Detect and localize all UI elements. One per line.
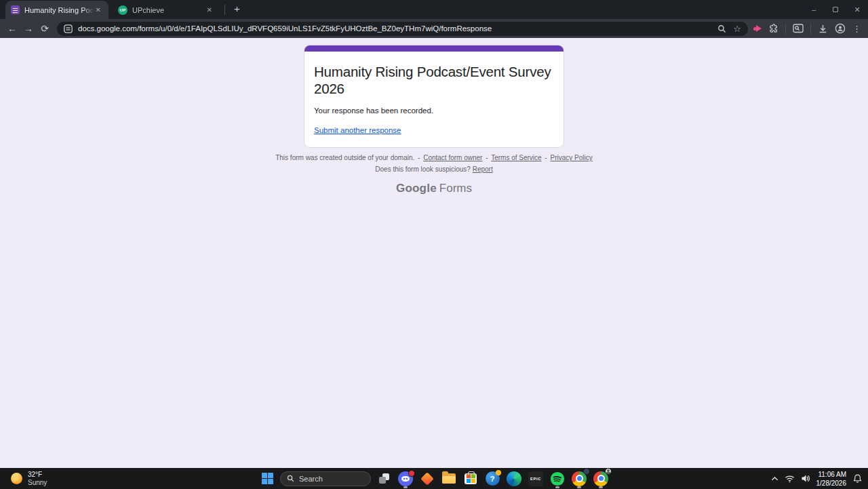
weather-widget[interactable]: 32°F Sunny — [11, 468, 47, 489]
desktop: Humanity Rising Podcast/Event ✕ UP UPchi… — [0, 0, 868, 489]
windows-taskbar: 32°F Sunny Search — [0, 468, 868, 489]
yellow-dot-badge — [496, 470, 501, 475]
footer-separator: - — [418, 154, 420, 161]
footer-notice-text: This form was created outside of your do… — [275, 154, 414, 161]
footer-separator: - — [486, 154, 488, 161]
privacy-policy-link[interactable]: Privacy Policy — [551, 154, 593, 161]
form-footer-notice: This form was created outside of your do… — [0, 154, 868, 161]
side-panel-search-icon[interactable] — [793, 24, 804, 33]
tab-upchieve[interactable]: UP UPchieve ✕ — [113, 1, 220, 19]
terms-of-service-link[interactable]: Terms of Service — [491, 154, 541, 161]
system-tray: 11:06 AM 1/28/2026 — [771, 468, 863, 489]
bookmark-star-icon[interactable]: ☆ — [733, 24, 741, 34]
notification-bell-icon[interactable] — [852, 473, 863, 484]
url-text: docs.google.com/forms/u/0/d/e/1FAIpQLSdL… — [78, 24, 711, 33]
upchieve-favicon-icon: UP — [118, 5, 127, 15]
edge-browser-button[interactable] — [505, 470, 523, 488]
question-mark-app-icon: ? — [486, 471, 500, 486]
sunny-weather-icon — [11, 473, 22, 484]
discord-icon — [398, 471, 413, 486]
new-tab-button[interactable]: + — [230, 2, 244, 15]
google-logo-text: Google — [396, 182, 437, 195]
search-icon — [287, 475, 294, 482]
chrome-profile2-button[interactable] — [592, 470, 610, 488]
microsoft-store-icon — [465, 473, 477, 484]
profile-icon[interactable] — [835, 23, 846, 34]
tab-humanity-rising[interactable]: Humanity Rising Podcast/Event ✕ — [5, 1, 108, 19]
window-minimize-button[interactable]: – — [803, 5, 825, 14]
google-forms-favicon-icon — [11, 5, 20, 14]
forward-button[interactable]: → — [20, 23, 37, 34]
submit-another-response-link[interactable]: Submit another response — [314, 126, 401, 134]
wifi-icon[interactable] — [785, 475, 795, 483]
diamond-app-icon — [420, 472, 434, 486]
tab-label: Humanity Rising Podcast/Event — [24, 6, 94, 14]
spotify-button[interactable] — [549, 470, 566, 488]
reload-button[interactable]: ⟳ — [37, 23, 53, 34]
footer-separator: - — [545, 154, 547, 161]
google-forms-logo: GoogleForms — [0, 182, 868, 195]
edge-icon — [507, 471, 521, 486]
contact-form-owner-link[interactable]: Contact form owner — [423, 154, 482, 161]
weather-temperature: 32°F — [28, 471, 47, 479]
browser-tab-strip: Humanity Rising Podcast/Event ✕ UP UPchi… — [0, 0, 868, 19]
suspicious-question-text: Does this form look suspicious? — [375, 165, 471, 173]
response-recorded-message: Your response has been recorded. — [314, 106, 554, 115]
clock-time: 11:06 AM — [816, 470, 847, 479]
tab-close-icon[interactable]: ✕ — [205, 5, 214, 15]
window-restore-button[interactable] — [825, 7, 846, 12]
taskbar-center-icons: Search ? EPIC — [258, 468, 610, 489]
epic-games-button[interactable]: EPIC — [527, 470, 545, 488]
epic-games-icon: EPIC — [528, 471, 543, 486]
downloads-icon[interactable] — [818, 24, 828, 34]
toolbar-separator — [785, 24, 786, 34]
hidden-icons-chevron-icon[interactable] — [771, 476, 778, 482]
notification-badge — [408, 470, 415, 477]
start-button[interactable] — [258, 470, 276, 488]
browser-toolbar: ← → ⟳ docs.google.com/forms/u/0/d/e/1FAI… — [0, 19, 868, 38]
chrome-profile-avatar — [605, 468, 612, 475]
task-view-icon — [378, 473, 390, 484]
diamond-app-button[interactable] — [418, 470, 436, 488]
address-bar[interactable]: docs.google.com/forms/u/0/d/e/1FAIpQLSdL… — [57, 22, 748, 36]
chrome-profile-avatar — [583, 468, 590, 475]
taskbar-clock[interactable]: 11:06 AM 1/28/2026 — [816, 470, 847, 488]
discord-app-button[interactable] — [397, 470, 414, 488]
file-explorer-button[interactable] — [440, 470, 458, 488]
form-theme-bar — [304, 45, 564, 52]
report-link[interactable]: Report — [473, 165, 493, 173]
form-title: Humanity Rising Podcast/Event Survey 202… — [314, 63, 554, 97]
window-controls: – ✕ — [803, 0, 868, 19]
tab-close-icon[interactable]: ✕ — [94, 5, 103, 15]
tab-label: UPchieve — [132, 6, 205, 14]
chrome-profile1-button[interactable] — [570, 470, 588, 488]
forms-logo-text: Forms — [439, 182, 472, 195]
pink-extension-icon[interactable] — [753, 25, 762, 32]
back-button[interactable]: ← — [4, 23, 20, 34]
windows-logo-icon — [262, 473, 273, 484]
suspicious-form-row: Does this form look suspicious? Report — [0, 165, 868, 173]
search-label: Search — [299, 475, 323, 483]
window-close-button[interactable]: ✕ — [846, 5, 868, 14]
toolbar-actions: ⋮ — [753, 23, 864, 34]
folder-icon — [442, 473, 456, 484]
zoom-icon[interactable] — [717, 24, 726, 33]
form-response-page: Humanity Rising Podcast/Event Survey 202… — [0, 38, 868, 468]
site-settings-icon[interactable] — [64, 24, 73, 33]
browser-menu-kebab-icon[interactable]: ⋮ — [852, 24, 861, 34]
task-view-button[interactable] — [375, 470, 393, 488]
extensions-puzzle-icon[interactable] — [768, 24, 778, 34]
toolbar-separator — [810, 24, 811, 34]
spotify-icon — [550, 471, 565, 486]
weather-condition: Sunny — [28, 479, 47, 487]
clock-date: 1/28/2026 — [816, 479, 847, 488]
help-app-button[interactable]: ? — [484, 470, 501, 488]
volume-icon[interactable] — [801, 474, 810, 483]
microsoft-store-button[interactable] — [462, 470, 479, 488]
tab-divider — [224, 5, 225, 15]
form-response-card: Humanity Rising Podcast/Event Survey 202… — [304, 45, 564, 148]
taskbar-search-box[interactable]: Search — [280, 471, 371, 486]
